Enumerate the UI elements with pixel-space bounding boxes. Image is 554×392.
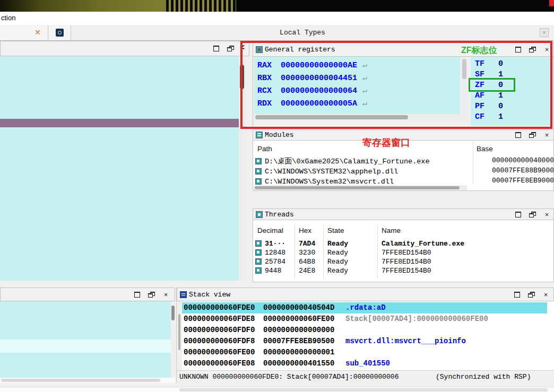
float-icon[interactable] bbox=[227, 46, 234, 51]
module-row[interactable]: C:\WINDOWS\SYSTEM32\apphelp.dll00007FFE8… bbox=[253, 165, 553, 176]
flag-row[interactable]: PF0 bbox=[475, 101, 553, 112]
return-arrow-icon[interactable]: ↵ bbox=[362, 74, 367, 83]
tab-1[interactable]: ✕ bbox=[0, 25, 48, 40]
scrollbar-thumb[interactable] bbox=[179, 388, 548, 391]
modules-horizontal-scrollbar[interactable] bbox=[254, 185, 467, 190]
maximize-icon[interactable] bbox=[514, 292, 521, 298]
flag-value[interactable]: 0 bbox=[498, 59, 503, 68]
close-icon[interactable]: × bbox=[543, 212, 550, 217]
flag-value[interactable]: 1 bbox=[498, 70, 503, 79]
module-row[interactable]: C:\WINDOWS\System32\msvcrt.dll00007FFE8E… bbox=[253, 176, 553, 185]
vertical-scrollbar[interactable] bbox=[171, 301, 175, 378]
stack-row[interactable]: 000000000060FE080000000000401550sub_4015… bbox=[182, 358, 554, 369]
scrollbar-thumb[interactable] bbox=[178, 314, 180, 350]
float-icon[interactable] bbox=[148, 292, 155, 298]
stack-row[interactable]: 000000000060FDF00000000000000000 bbox=[182, 325, 554, 336]
flag-value[interactable]: 1 bbox=[498, 91, 503, 100]
column-header-state[interactable]: State bbox=[327, 227, 344, 234]
maximize-icon[interactable] bbox=[515, 47, 522, 53]
modules-rows: D:\桌面\0xGame2025\Calamity_Fortune.exe000… bbox=[253, 155, 553, 185]
stack-annotation[interactable]: .rdata:aD bbox=[345, 303, 386, 312]
flag-value[interactable]: 0 bbox=[498, 81, 503, 90]
scrollbar-thumb[interactable] bbox=[255, 115, 408, 119]
column-header-hex[interactable]: Hex bbox=[299, 227, 311, 234]
disassembly-vertical-scrollbar[interactable] bbox=[239, 56, 246, 281]
column-header-name[interactable]: Name bbox=[382, 227, 401, 234]
flag-value[interactable]: 0 bbox=[498, 102, 503, 111]
maximize-icon[interactable] bbox=[213, 46, 220, 51]
float-icon[interactable] bbox=[528, 292, 535, 298]
thread-row[interactable]: 25784 64B8 Ready 7FFE8ED154B0 bbox=[253, 257, 553, 266]
threads-table[interactable]: Decimal Hex State Name 31··· 7AD4 Ready … bbox=[253, 220, 553, 282]
register-value[interactable]: 0000000000000064 bbox=[281, 86, 357, 95]
bottom-left-view[interactable] bbox=[0, 301, 171, 378]
column-header-path[interactable]: Path bbox=[257, 145, 272, 153]
maximize-icon[interactable] bbox=[515, 212, 522, 217]
thread-row[interactable]: 31··· 7AD4 Ready Calamity_Fortune.exe bbox=[253, 239, 553, 248]
maximize-icon[interactable] bbox=[515, 132, 522, 138]
scrollbar-thumb[interactable] bbox=[255, 186, 460, 189]
disassembly-titlebar[interactable] bbox=[0, 41, 249, 56]
float-icon[interactable] bbox=[529, 132, 536, 138]
horizontal-scrollbar[interactable] bbox=[0, 378, 175, 383]
stack-annotation[interactable]: msvcrt.dll:msvcrt___pioinfo bbox=[345, 337, 466, 345]
disassembly-view[interactable] bbox=[0, 56, 239, 281]
return-arrow-icon[interactable]: ↵ bbox=[362, 86, 367, 95]
close-icon[interactable]: × bbox=[540, 28, 549, 37]
registers-titlebar[interactable]: General registers × bbox=[253, 43, 553, 57]
close-icon[interactable]: × bbox=[543, 132, 550, 138]
close-icon[interactable]: × bbox=[542, 292, 549, 298]
register-row[interactable]: RDX000000000000005A↵ bbox=[257, 98, 460, 110]
float-icon[interactable] bbox=[529, 212, 536, 217]
flag-row[interactable]: AF1 bbox=[475, 91, 553, 101]
stack-row[interactable]: 000000000060FDE8000000000060FE00Stack[00… bbox=[182, 313, 554, 325]
scrollbar-thumb[interactable] bbox=[1, 379, 160, 382]
flags-list[interactable]: TF0 SF1 ZF0 AF1 PF0 CF1 bbox=[471, 57, 553, 126]
close-icon[interactable]: × bbox=[543, 47, 550, 53]
flag-row[interactable]: TF0 bbox=[475, 59, 553, 69]
thread-row[interactable]: 12848 3230 Ready 7FFE8ED154B0 bbox=[253, 248, 553, 257]
bottom-left-titlebar[interactable]: × bbox=[0, 288, 175, 301]
tab-2[interactable] bbox=[49, 25, 71, 40]
register-value[interactable]: 000000000000005A bbox=[281, 99, 357, 108]
flag-value[interactable]: 1 bbox=[498, 112, 503, 121]
register-row[interactable]: RAX00000000000000AE↵ bbox=[257, 59, 460, 72]
return-arrow-icon[interactable]: ↵ bbox=[362, 99, 367, 108]
thread-decimal: 12848 bbox=[265, 248, 285, 257]
thread-row[interactable]: 9448 24E8 Ready 7FFE8ED154B0 bbox=[253, 266, 553, 275]
maximize-icon[interactable] bbox=[134, 292, 141, 298]
column-header-base[interactable]: Base bbox=[477, 145, 493, 153]
stack-view-titlebar[interactable]: Stack view × bbox=[177, 288, 554, 301]
return-arrow-icon[interactable]: ↵ bbox=[362, 61, 367, 70]
stack-annotation[interactable]: sub_401550 bbox=[345, 359, 390, 368]
stack-row-selected[interactable]: 000000000060FDE0000000000040504D.rdata:a… bbox=[182, 302, 547, 313]
stack-rows[interactable]: 000000000060FDE0000000000040504D.rdata:a… bbox=[182, 301, 554, 370]
flag-row[interactable]: CF1 bbox=[475, 112, 553, 123]
register-value[interactable]: 0000000000004451 bbox=[281, 74, 357, 83]
close-icon[interactable]: × bbox=[162, 292, 169, 298]
threads-titlebar[interactable]: Threads × bbox=[253, 209, 553, 220]
stack-annotation[interactable]: Stack[00007AD4]:000000000060FE00 bbox=[345, 315, 488, 323]
scrollbar-thumb[interactable] bbox=[462, 59, 466, 79]
bottom-horizontal-scrollbar[interactable] bbox=[0, 387, 554, 392]
stack-vertical-scrollbar[interactable] bbox=[177, 301, 182, 370]
collapse-arrow-icon[interactable]: < bbox=[240, 43, 245, 53]
thread-name: 7FFE8ED154B0 bbox=[382, 266, 431, 275]
stack-row[interactable]: 000000000060FDF800007FFE8EB90500msvcrt.d… bbox=[182, 336, 554, 347]
stripe-barcode bbox=[166, 0, 236, 12]
register-row[interactable]: RBX0000000000004451↵ bbox=[257, 72, 460, 85]
register-value[interactable]: 00000000000000AE bbox=[281, 61, 357, 70]
scrollbar-thumb[interactable] bbox=[240, 65, 244, 89]
column-header-decimal[interactable]: Decimal bbox=[257, 227, 283, 234]
registers-horizontal-scrollbar[interactable] bbox=[254, 114, 461, 120]
stack-value: 000000000060FE00 bbox=[263, 313, 345, 325]
scrollbar-thumb[interactable] bbox=[171, 306, 175, 320]
module-row[interactable]: D:\桌面\0xGame2025\Calamity_Fortune.exe000… bbox=[253, 155, 553, 165]
float-icon[interactable] bbox=[529, 47, 536, 53]
register-list[interactable]: RAX00000000000000AE↵ RBX0000000000004451… bbox=[254, 57, 460, 114]
flag-row[interactable]: SF1 bbox=[475, 69, 553, 80]
registers-vertical-scrollbar[interactable] bbox=[461, 57, 468, 120]
flag-row[interactable]: ZF0 bbox=[475, 80, 553, 91]
register-row[interactable]: RCX0000000000000064↵ bbox=[257, 85, 460, 98]
stack-row[interactable]: 000000000060FE000000000000000001 bbox=[182, 347, 554, 358]
